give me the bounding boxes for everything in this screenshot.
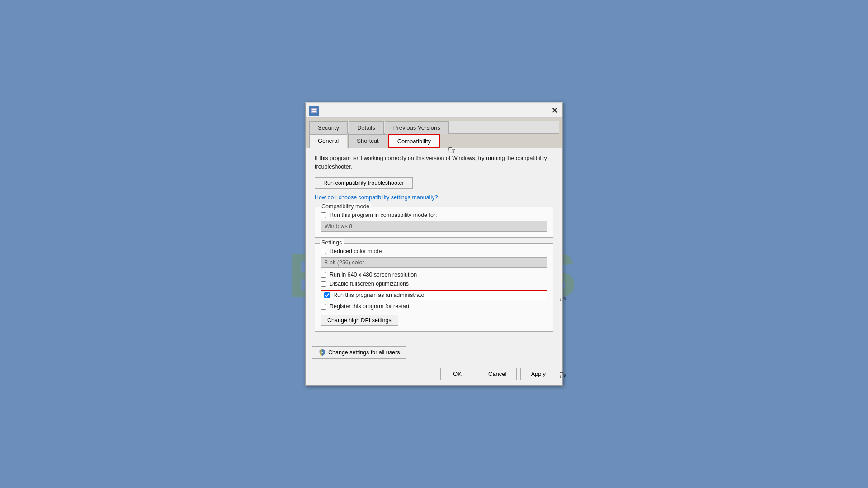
svg-rect-1	[312, 109, 316, 110]
apply-button[interactable]: Apply ☞	[520, 368, 556, 380]
app-icon	[309, 106, 319, 116]
dialog-content: If this program isn't working correctly …	[306, 148, 562, 342]
tabs-row1: Security Details Previous Versions	[309, 121, 559, 134]
compatibility-mode-label: Compatibility mode	[320, 203, 371, 210]
tabs-wrapper: Security Details Previous Versions Gener…	[306, 118, 562, 148]
compatibility-mode-section: Compatibility mode Run this program in c…	[315, 207, 553, 238]
cancel-button[interactable]: Cancel	[478, 368, 517, 380]
run-640-row: Run in 640 x 480 screen resolution	[321, 272, 547, 278]
reduced-color-row: Reduced color mode	[321, 248, 547, 254]
compat-mode-checkbox[interactable]	[321, 212, 326, 218]
svg-rect-2	[312, 111, 316, 112]
tab-previous-versions[interactable]: Previous Versions	[385, 121, 449, 134]
tab-compatibility[interactable]: Compatibility ☞	[388, 134, 440, 148]
tab-shortcut[interactable]: Shortcut	[348, 134, 387, 148]
disable-fullscreen-checkbox[interactable]	[321, 281, 326, 287]
disable-fullscreen-label: Disable fullscreen optimizations	[330, 281, 409, 287]
disable-fullscreen-row: Disable fullscreen optimizations	[321, 281, 547, 287]
shield-icon	[319, 349, 326, 356]
cursor-apply-icon: ☞	[559, 368, 569, 382]
properties-dialog: ✕ Security Details Previous Versions Gen…	[305, 102, 563, 386]
compat-mode-checkbox-label: Run this program in compatibility mode f…	[330, 212, 437, 218]
compat-mode-dropdown[interactable]: Windows 8	[321, 221, 547, 232]
close-button[interactable]: ✕	[550, 106, 559, 115]
run-640-label: Run in 640 x 480 screen resolution	[330, 272, 417, 278]
compat-mode-checkbox-row: Run this program in compatibility mode f…	[321, 212, 547, 218]
info-text: If this program isn't working correctly …	[315, 154, 553, 171]
color-mode-dropdown[interactable]: 8-bit (256) color	[321, 257, 547, 268]
change-settings-label: Change settings for all users	[328, 349, 400, 356]
ok-button[interactable]: OK	[440, 368, 474, 380]
change-settings-button[interactable]: Change settings for all users	[312, 346, 406, 359]
tab-details[interactable]: Details	[349, 121, 384, 134]
change-dpi-button[interactable]: Change high DPI settings	[321, 315, 398, 326]
settings-label: Settings	[320, 239, 344, 246]
titlebar: ✕	[306, 103, 562, 118]
run-admin-row: Run this program as an administrator ☞	[321, 290, 547, 300]
settings-section: Settings Reduced color mode 8-bit (256) …	[315, 243, 553, 332]
reduced-color-checkbox[interactable]	[321, 249, 326, 254]
run-640-checkbox[interactable]	[321, 272, 326, 278]
reduced-color-label: Reduced color mode	[330, 248, 382, 254]
tab-general[interactable]: General	[309, 134, 347, 148]
svg-rect-4	[320, 349, 322, 356]
run-admin-label: Run this program as an administrator	[333, 292, 426, 298]
register-restart-label: Register this program for restart	[330, 303, 409, 310]
run-admin-checkbox[interactable]	[324, 292, 330, 298]
dialog-footer: Change settings for all users	[306, 342, 562, 364]
help-link[interactable]: How do I choose compatibility settings m…	[315, 194, 553, 201]
run-troubleshooter-button[interactable]: Run compatibility troubleshooter	[315, 177, 413, 189]
bottom-buttons: OK Cancel Apply ☞	[306, 364, 562, 385]
tabs-row2: General Shortcut Compatibility ☞	[309, 134, 559, 148]
tab-security[interactable]: Security	[309, 121, 348, 134]
register-restart-row: Register this program for restart	[321, 303, 547, 310]
register-restart-checkbox[interactable]	[321, 304, 326, 310]
cursor-admin-icon: ☞	[559, 291, 569, 305]
